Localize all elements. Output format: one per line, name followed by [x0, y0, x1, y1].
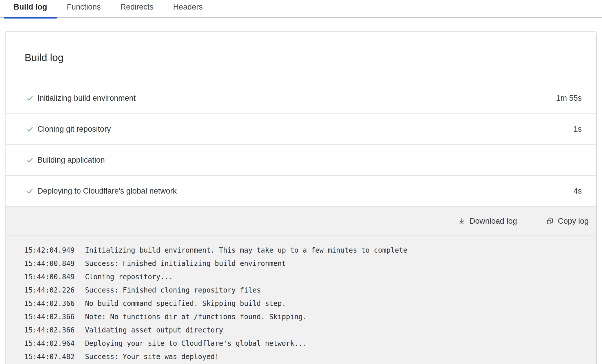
log-message: Cloning repository... [85, 270, 173, 284]
log-message: Success: Your site was deployed! [85, 350, 219, 363]
log-message: No build command specified. Skipping bui… [85, 297, 286, 310]
step-duration: 4s [573, 187, 582, 196]
download-icon [458, 217, 466, 225]
build-step-row: Initializing build environment 1m 55s [6, 83, 596, 114]
log-timestamp: 15:44:02.964 [24, 337, 74, 350]
log-message: Success: Finished initializing build env… [85, 257, 286, 270]
check-icon [26, 94, 34, 102]
build-log-output: 15:42:04.949 Initializing build environm… [6, 236, 596, 364]
check-icon [26, 156, 34, 164]
step-label: Initializing build environment [37, 94, 136, 103]
log-line: 15:44:02.366 Validating asset output dir… [24, 323, 585, 337]
log-timestamp: 15:44:02.226 [24, 284, 74, 297]
tab-redirects[interactable]: Redirects [111, 0, 163, 18]
log-toolbar: Download log Copy log [6, 207, 596, 236]
step-duration: 1s [573, 125, 582, 134]
build-step-row: Deploying to Cloudflare's global network… [6, 176, 596, 207]
log-line: 15:44:02.366 Note: No functions dir at /… [24, 310, 585, 323]
download-log-label: Download log [470, 217, 517, 226]
log-timestamp: 15:44:02.366 [24, 297, 74, 310]
step-label: Building application [37, 156, 105, 165]
check-icon [26, 187, 34, 195]
log-message: Validating asset output directory [85, 323, 223, 337]
log-line: 15:44:07.482 Success: Your site was depl… [24, 350, 585, 363]
log-line: 15:44:00.849 Cloning repository... [24, 270, 585, 284]
step-label: Cloning git repository [37, 125, 111, 134]
download-log-button[interactable]: Download log [458, 217, 517, 226]
log-timestamp: 15:42:04.949 [24, 244, 74, 257]
log-message: Initializing build environment. This may… [85, 244, 407, 257]
card-header: Build log [6, 32, 596, 63]
log-timestamp: 15:44:07.482 [24, 350, 74, 363]
log-line: 15:44:00.849 Success: Finished initializ… [24, 257, 585, 270]
log-timestamp: 15:44:00.849 [24, 257, 74, 270]
copy-log-button[interactable]: Copy log [546, 217, 589, 226]
log-line: 15:44:02.226 Success: Finished cloning r… [24, 284, 585, 297]
log-message: Note: No functions dir at /functions fou… [85, 310, 307, 323]
check-icon [26, 125, 34, 133]
page-title: Build log [25, 52, 582, 63]
tab-build-log[interactable]: Build log [4, 0, 57, 18]
log-line: 15:42:04.949 Initializing build environm… [24, 244, 585, 257]
tab-functions[interactable]: Functions [57, 0, 110, 18]
build-steps-list: Initializing build environment 1m 55s Cl… [6, 83, 596, 207]
log-line: 15:44:02.964 Deploying your site to Clou… [24, 337, 585, 350]
deployment-detail-tabbar: Build log Functions Redirects Headers [0, 0, 602, 18]
log-message: Deploying your site to Cloudflare's glob… [85, 337, 307, 350]
log-timestamp: 15:44:02.366 [24, 310, 74, 323]
log-timestamp: 15:44:02.366 [24, 323, 74, 337]
log-timestamp: 15:44:00.849 [24, 270, 74, 284]
build-log-card: Build log Initializing build environment… [5, 31, 597, 364]
tab-headers[interactable]: Headers [163, 0, 213, 18]
log-message: Success: Finished cloning repository fil… [85, 284, 261, 297]
step-label: Deploying to Cloudflare's global network [37, 187, 177, 196]
copy-log-label: Copy log [558, 217, 589, 226]
build-step-row: Building application [6, 145, 596, 176]
log-line: 15:44:02.366 No build command specified.… [24, 297, 585, 310]
copy-icon [546, 217, 554, 225]
build-step-row: Cloning git repository 1s [6, 114, 596, 145]
step-duration: 1m 55s [556, 94, 582, 103]
